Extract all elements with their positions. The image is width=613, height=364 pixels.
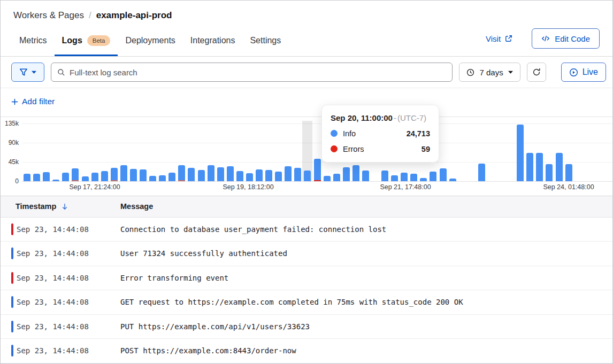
log-message: User 71324 successfully authenticated [120,249,287,258]
histogram-bar-error-segment [72,180,79,181]
log-row[interactable]: Sep 23, 14:44:08 PUT https://example.com… [1,315,612,339]
y-axis-tick-label: 0 [1,177,19,185]
histogram-bar[interactable] [140,169,147,181]
histogram-bar[interactable] [208,165,214,181]
tab-settings[interactable]: Settings [242,25,288,56]
histogram-bar[interactable] [565,164,572,181]
search-input[interactable] [70,68,446,77]
histogram-bar[interactable] [478,164,485,181]
histogram-bar[interactable] [120,165,127,181]
log-row[interactable]: Sep 23, 14:44:08 User 71324 successfully… [1,242,612,266]
live-button[interactable]: Live [561,63,606,82]
column-header-timestamp[interactable]: Timestamp [1,202,120,211]
log-timestamp: Sep 23, 14:44:08 [1,225,120,234]
log-timestamp: Sep 23, 14:44:08 [1,298,120,306]
histogram-bar[interactable] [343,167,350,181]
histogram-bar[interactable] [294,168,301,181]
histogram-bar[interactable] [236,171,243,181]
histogram-bar[interactable] [246,173,253,181]
time-range-button[interactable]: 7 days [459,63,520,82]
log-row[interactable]: Sep 23, 14:44:08 Connection to database … [1,218,612,242]
page-header: Workers & Pages / example-api-prod Metri… [1,1,612,57]
histogram-bar[interactable] [285,166,292,181]
filter-dropdown-button[interactable] [11,63,44,82]
histogram-bar[interactable] [410,174,417,181]
tooltip-row: Info24,713 [331,129,430,138]
histogram-bar[interactable] [111,168,118,181]
histogram-bar[interactable] [33,174,40,181]
histogram-bar[interactable] [430,172,436,181]
tab-label: Deployments [125,36,175,45]
histogram-bar[interactable] [517,125,524,181]
histogram-bar[interactable] [101,171,108,181]
histogram-bar[interactable] [381,171,388,181]
histogram-bar-error-segment [314,180,321,181]
histogram-bar[interactable] [91,173,98,181]
histogram-bar[interactable] [168,173,175,181]
edit-code-button[interactable]: Edit Code [532,28,600,49]
histogram-bar[interactable] [217,167,224,181]
tab-label: Settings [250,36,281,45]
refresh-button[interactable] [527,63,546,82]
histogram-bar[interactable] [440,168,447,181]
tab-integrations[interactable]: Integrations [183,25,243,56]
histogram-bar[interactable] [82,176,89,181]
tooltip-time: Sep 20, 11:00:00 [331,113,393,122]
histogram-bar[interactable] [24,174,30,181]
column-header-message[interactable]: Message [120,202,153,211]
histogram-bar[interactable] [178,165,185,181]
histogram-bar[interactable] [62,173,69,181]
add-filter-button[interactable]: Add filter [11,97,55,106]
histogram-bar[interactable] [353,165,359,181]
histogram-bar[interactable] [159,175,166,181]
breadcrumb-workers-pages[interactable]: Workers & Pages [13,10,84,21]
tab-deployments[interactable]: Deployments [118,25,182,56]
workers-logs-page: Workers & Pages / example-api-prod Metri… [0,0,613,364]
log-row[interactable]: Sep 23, 14:44:08 Error transforming even… [1,266,612,291]
tab-metrics[interactable]: Metrics [12,25,55,56]
histogram-bar[interactable] [52,180,59,181]
histogram-bar[interactable] [391,175,398,181]
histogram-bar[interactable] [130,169,137,181]
histogram-bar[interactable] [449,179,456,181]
gridline [22,181,612,182]
tooltip-series-label: Errors [343,145,364,153]
histogram-bar[interactable] [304,171,311,181]
histogram-bar[interactable] [256,169,263,181]
play-circle-icon [569,68,578,77]
histogram-bar[interactable] [265,170,272,181]
histogram-bar[interactable] [72,168,79,181]
histogram-bar[interactable] [275,172,282,181]
histogram-bar[interactable] [188,168,195,181]
time-range-label: 7 days [479,68,503,77]
histogram-bar[interactable] [536,153,543,181]
histogram-bar[interactable] [333,174,340,181]
histogram-bar[interactable] [43,172,50,181]
log-histogram[interactable]: Sep 20, 11:00:00-(UTC-7) Info24,713Error… [1,117,612,196]
log-row[interactable]: Sep 23, 14:44:08 POST https://example.co… [1,339,612,363]
histogram-bar[interactable] [314,159,321,181]
x-axis-tick-label: Sep 21, 17:48:00 [380,183,431,191]
histogram-bar[interactable] [556,153,563,181]
severity-indicator [11,296,13,308]
histogram-bar[interactable] [362,171,369,181]
tab-label: Integrations [190,36,235,45]
histogram-bar[interactable] [198,170,205,181]
log-row[interactable]: Sep 23, 14:44:08 GET request to https://… [1,290,612,315]
y-axis-tick-label: 135k [1,120,19,127]
log-message: POST https://example.com:8443/order-now [120,346,296,355]
histogram-bar[interactable] [420,178,427,181]
add-filter-row: Add filter [1,88,612,117]
tab-logs[interactable]: LogsBeta [55,25,118,56]
histogram-bar[interactable] [149,176,156,181]
histogram-bar[interactable] [526,153,533,181]
visit-link[interactable]: Visit [486,34,512,43]
plus-icon [11,98,18,105]
histogram-bar[interactable] [546,164,553,181]
live-label: Live [583,67,598,77]
log-timestamp: Sep 23, 14:44:08 [1,249,120,258]
search-box [51,63,453,82]
histogram-bar[interactable] [401,173,408,181]
histogram-bar[interactable] [324,176,331,181]
histogram-bar[interactable] [227,166,234,181]
